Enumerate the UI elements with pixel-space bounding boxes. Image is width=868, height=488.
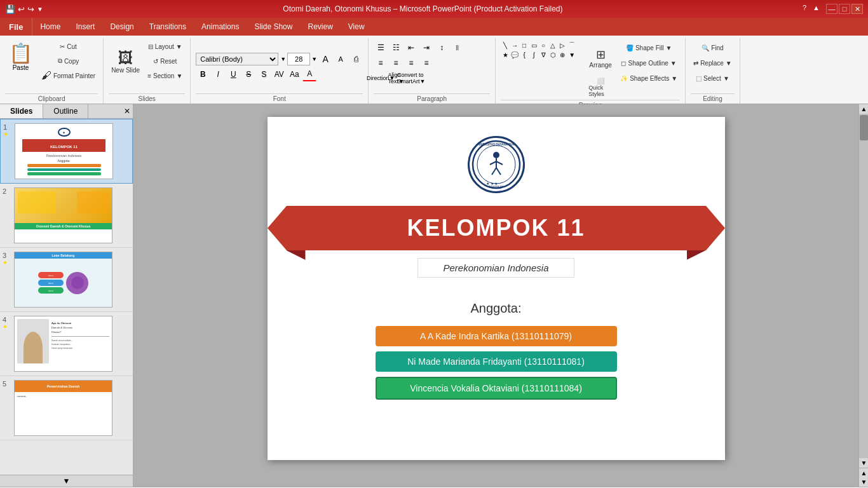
decrease-indent-button[interactable]: ⇤ — [404, 41, 418, 55]
home-menu[interactable]: Home — [32, 18, 68, 36]
shape-arrow[interactable]: → — [510, 41, 519, 50]
underline-button[interactable]: U — [226, 67, 240, 81]
reset-button[interactable]: ↺ Reset — [145, 54, 185, 68]
window-controls[interactable]: ? ▲ — □ ✕ — [803, 4, 863, 14]
shape-star[interactable]: ★ — [501, 50, 510, 59]
shape-extra1[interactable]: ∫ — [529, 50, 538, 59]
insert-menu[interactable]: Insert — [68, 18, 102, 36]
slide-item-5[interactable]: 5 Pemerintahan Daerah content... — [0, 376, 133, 440]
copy-button[interactable]: ⧉ Copy — [39, 54, 98, 68]
replace-button[interactable]: ⇄ Replace ▼ — [691, 56, 735, 70]
line-spacing-button[interactable]: ↕ — [435, 41, 449, 55]
arrange-button[interactable]: ⊞ Arrange — [586, 41, 615, 75]
number-list-button[interactable]: ☷ — [389, 41, 403, 55]
convert-smartart-button[interactable]: Convert to SmartArt▼ — [404, 71, 418, 85]
ribbon-collapse-icon[interactable]: ▲ — [813, 4, 820, 14]
scroll-prev-page[interactable]: ▲ — [859, 468, 868, 477]
scroll-up-button[interactable]: ▲ — [859, 104, 868, 114]
slides-tab[interactable]: Slides — [0, 104, 43, 118]
close-button[interactable]: ✕ — [851, 4, 863, 14]
outline-tab[interactable]: Outline — [43, 104, 88, 118]
justify-button[interactable]: ≡ — [419, 56, 433, 70]
change-case-button[interactable]: Aa — [287, 67, 301, 81]
shape-outline-button[interactable]: ◻ Shape Outline ▼ — [618, 56, 680, 70]
sidebar-close-icon[interactable]: ✕ — [124, 107, 130, 116]
font-name-select[interactable]: Calibri (Body) — [196, 53, 278, 65]
increase-indent-button[interactable]: ⇥ — [419, 41, 433, 55]
clipboard-label: Clipboard — [5, 93, 98, 102]
shape-callout[interactable]: 💬 — [510, 50, 519, 59]
bullet-list-button[interactable]: ☰ — [374, 41, 388, 55]
align-right-button[interactable]: ≡ — [404, 56, 418, 70]
text-direction-button[interactable]: Direction▼ — [374, 71, 388, 85]
new-slide-button[interactable]: 🖼 New Slide — [109, 39, 142, 83]
align-left-button[interactable]: ≡ — [374, 56, 388, 70]
shape-oval[interactable]: ○ — [539, 41, 548, 50]
shadow-button[interactable]: S — [257, 67, 271, 81]
cut-button[interactable]: ✂ Cut — [39, 39, 98, 53]
slideshow-menu[interactable]: Slide Show — [247, 18, 300, 36]
font-group: Calibri (Body) ▼ ▼ A A ⎙ B I U S S AV Aa… — [191, 38, 369, 104]
font-size-dropdown[interactable]: ▼ — [311, 56, 317, 62]
transitions-menu[interactable]: Transitions — [142, 18, 194, 36]
bold-button[interactable]: B — [196, 67, 210, 81]
layout-button[interactable]: ⊟ Layout ▼ — [145, 39, 185, 53]
help-icon[interactable]: ? — [803, 4, 806, 14]
scroll-thumb[interactable] — [860, 115, 868, 140]
strikethrough-button[interactable]: S — [241, 67, 255, 81]
maximize-button[interactable]: □ — [839, 4, 850, 14]
font-name-dropdown[interactable]: ▼ — [280, 56, 286, 62]
sidebar-scroll-down-icon[interactable]: ▼ — [63, 477, 71, 485]
section-button[interactable]: ≡ Section ▼ — [145, 69, 185, 83]
slide-item-2[interactable]: 2 Otonomi Daerah & Otonomi Khusus — [0, 184, 133, 248]
scroll-down-button[interactable]: ▼ — [859, 458, 868, 468]
columns-button[interactable]: ⫴ — [450, 41, 464, 55]
shape-cloud[interactable]: ⌒ — [567, 41, 576, 50]
undo-icon[interactable]: ↩ — [18, 4, 25, 14]
shape-brace[interactable]: { — [520, 50, 529, 59]
shape-tri[interactable]: △ — [548, 41, 557, 50]
slide-item-1[interactable]: 1 ★ ✦ KELOMPOK 11 Perekonomian Indonesia… — [0, 119, 133, 184]
italic-button[interactable]: I — [211, 67, 225, 81]
dropdown-icon[interactable]: ▼ — [37, 6, 43, 13]
font-color-button[interactable]: A — [302, 67, 316, 81]
select-button[interactable]: ⬚ Select ▼ — [691, 71, 735, 85]
quick-access-toolbar[interactable]: 💾 ↩ ↪ ▼ — [5, 4, 43, 14]
clear-format-button[interactable]: ⎙ — [349, 52, 363, 66]
view-menu[interactable]: View — [341, 18, 372, 36]
shape-extra2[interactable]: ∇ — [539, 50, 548, 59]
shape-more[interactable]: ▷ — [558, 41, 567, 50]
scroll-next-page[interactable]: ▼ — [859, 477, 868, 487]
shape-extra3[interactable]: ⬡ — [548, 50, 557, 59]
shape-effects-button[interactable]: ✨ Shape Effects ▼ — [618, 71, 680, 85]
shape-line[interactable]: ╲ — [501, 41, 510, 50]
quick-styles-button[interactable]: ⬜ Quick Styles — [586, 76, 615, 98]
redo-icon[interactable]: ↪ — [27, 4, 34, 14]
shape-dropdown[interactable]: ▼ — [567, 50, 576, 59]
format-painter-button[interactable]: 🖌 Format Painter — [39, 69, 98, 83]
char-spacing-button[interactable]: AV — [272, 67, 286, 81]
slide-canvas[interactable]: ★ ★ ★ UNIVERSITAS DHYANA PURA UNDHIRA-BA… — [268, 117, 725, 460]
slide-item-4[interactable]: 4 ★ Apa itu Otonomi Daerah & Otonomi Khu… — [0, 312, 133, 376]
shape-roundrect[interactable]: ▭ — [529, 41, 538, 50]
vertical-scrollbar[interactable]: ▲ ▼ ▲ ▼ — [858, 104, 868, 487]
increase-font-button[interactable]: A — [318, 52, 332, 66]
shape-fill-button[interactable]: 🪣 Shape Fill ▼ — [618, 41, 680, 55]
svg-line-5 — [496, 161, 503, 165]
animations-menu[interactable]: Animations — [194, 18, 247, 36]
minimize-button[interactable]: — — [826, 4, 837, 14]
file-menu[interactable]: File — [0, 18, 32, 36]
save-icon[interactable]: 💾 — [5, 4, 15, 14]
scroll-track[interactable] — [859, 114, 868, 458]
shape-extra4[interactable]: ⊕ — [558, 50, 567, 59]
shape-rect[interactable]: □ — [520, 41, 529, 50]
design-menu[interactable]: Design — [102, 18, 141, 36]
find-button[interactable]: 🔍 Find — [691, 41, 735, 55]
canvas-area[interactable]: ★ ★ ★ UNIVERSITAS DHYANA PURA UNDHIRA-BA… — [133, 104, 858, 487]
align-center-button[interactable]: ≡ — [389, 56, 403, 70]
font-size-input[interactable] — [287, 53, 310, 65]
decrease-font-button[interactable]: A — [334, 52, 348, 66]
paste-button[interactable]: 📋 Paste — [5, 39, 36, 92]
review-menu[interactable]: Review — [300, 18, 340, 36]
slide-item-3[interactable]: 3 ★ Latar Belakang item item item — [0, 248, 133, 312]
